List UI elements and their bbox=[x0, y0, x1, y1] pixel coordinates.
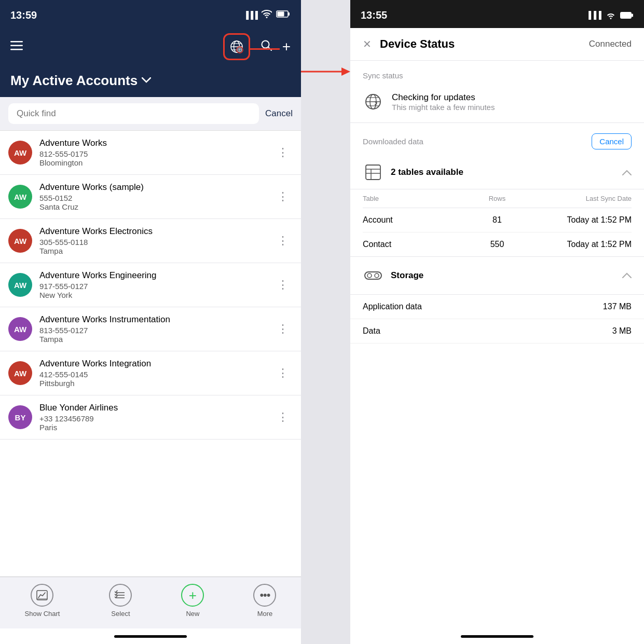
cancel-download-button[interactable]: Cancel bbox=[592, 133, 632, 149]
tables-row[interactable]: 2 tables available bbox=[350, 156, 644, 189]
account-avatar: AW bbox=[8, 229, 32, 253]
status-icons-left: ▐▐▐ bbox=[243, 10, 291, 20]
signal-icon: ▐▐▐ bbox=[243, 11, 257, 19]
account-name: Adventure Works (sample) bbox=[39, 182, 266, 193]
account-list-item[interactable]: AW Adventure Works Engineering 917-555-0… bbox=[0, 263, 301, 307]
account-list-item[interactable]: AW Adventure Works Integration 412-555-0… bbox=[0, 351, 301, 395]
sync-icon bbox=[363, 91, 383, 112]
account-city: Santa Cruz bbox=[39, 202, 266, 211]
right-panel: 13:55 ▐▐▐ ✕ Device Status Connected Sync… bbox=[350, 0, 644, 644]
sync-text-block: Checking for updates This might take a f… bbox=[392, 92, 495, 112]
wifi-icon bbox=[262, 10, 272, 20]
device-header-left: ✕ Device Status bbox=[363, 37, 455, 51]
account-name: Adventure Works Engineering bbox=[39, 270, 266, 281]
select-label: Select bbox=[111, 610, 130, 618]
svg-rect-2 bbox=[288, 12, 290, 16]
account-phone: 412-555-0145 bbox=[39, 370, 266, 379]
bottom-nav-more[interactable]: ••• More bbox=[253, 584, 276, 618]
account-phone: 305-555-0118 bbox=[39, 238, 266, 246]
device-title: Device Status bbox=[380, 37, 455, 51]
account-name: Blue Yonder Airlines bbox=[39, 403, 266, 413]
arrow-svg bbox=[301, 61, 350, 82]
account-avatar: AW bbox=[8, 141, 32, 165]
sync-subtitle: This might take a few minutes bbox=[392, 103, 495, 112]
wifi-icon-right bbox=[606, 11, 616, 19]
account-list-item[interactable]: BY Blue Yonder Airlines +33 123456789 Pa… bbox=[0, 395, 301, 440]
account-more-dots[interactable]: ⋮ bbox=[273, 276, 293, 294]
status-bar-left: 13:59 ▐▐▐ bbox=[0, 0, 301, 28]
account-list-item[interactable]: AW Adventure Works (sample) 555-0152 San… bbox=[0, 175, 301, 219]
account-name: Adventure Works Electronics bbox=[39, 226, 266, 237]
svg-rect-24 bbox=[621, 12, 632, 18]
more-label: More bbox=[257, 610, 273, 618]
battery-icon-right bbox=[620, 12, 634, 19]
more-icon: ••• bbox=[253, 584, 276, 607]
close-button[interactable]: ✕ bbox=[363, 38, 372, 50]
account-name: Adventure Works bbox=[39, 138, 266, 148]
account-more-dots[interactable]: ⋮ bbox=[273, 364, 293, 382]
storage-item-label: Application data bbox=[363, 302, 422, 311]
svg-point-37 bbox=[367, 273, 372, 278]
home-indicator-right bbox=[350, 628, 644, 644]
battery-icon bbox=[276, 10, 291, 20]
account-list-item[interactable]: AW Adventure Works 812-555-0175 Blooming… bbox=[0, 131, 301, 175]
data-table-header: Table Rows Last Sync Date bbox=[363, 189, 632, 208]
chevron-down-icon[interactable] bbox=[142, 75, 151, 86]
show-chart-label: Show Chart bbox=[25, 610, 60, 618]
account-avatar: AW bbox=[8, 273, 32, 297]
page-title-bar: My Active Accounts bbox=[0, 68, 301, 97]
bottom-nav-show-chart[interactable]: Show Chart bbox=[25, 584, 60, 618]
account-list-item[interactable]: AW Adventure Works Electronics 305-555-0… bbox=[0, 219, 301, 263]
tables-left: 2 tables available bbox=[363, 162, 463, 183]
search-input[interactable] bbox=[8, 103, 259, 124]
account-more-dots[interactable]: ⋮ bbox=[273, 320, 293, 338]
account-avatar: AW bbox=[8, 185, 32, 209]
account-list-item[interactable]: AW Adventure Works Instrumentation 813-5… bbox=[0, 307, 301, 351]
account-city: Tampa bbox=[39, 246, 266, 255]
search-icon-btn[interactable] bbox=[261, 39, 272, 54]
svg-point-38 bbox=[375, 273, 379, 278]
cell-rows-count: 81 bbox=[470, 215, 524, 225]
hamburger-icon[interactable] bbox=[10, 40, 23, 53]
account-info: Adventure Works Integration 412-555-0145… bbox=[39, 359, 266, 388]
add-icon-btn[interactable]: + bbox=[282, 38, 291, 55]
status-icons-right: ▐▐▐ bbox=[586, 11, 634, 19]
storage-item-label: Data bbox=[363, 326, 380, 336]
downloaded-header: Downloaded data Cancel bbox=[350, 123, 644, 156]
storage-row[interactable]: Storage bbox=[350, 257, 644, 295]
sync-section-label: Sync status bbox=[350, 61, 644, 85]
connected-label: Connected bbox=[589, 39, 632, 49]
tables-icon bbox=[363, 162, 383, 183]
account-more-dots[interactable]: ⋮ bbox=[273, 188, 293, 205]
account-more-dots[interactable]: ⋮ bbox=[273, 408, 293, 426]
storage-label: Storage bbox=[391, 270, 423, 281]
account-more-dots[interactable]: ⋮ bbox=[273, 232, 293, 250]
account-info: Adventure Works (sample) 555-0152 Santa … bbox=[39, 182, 266, 211]
time-right: 13:55 bbox=[361, 9, 387, 21]
account-info: Blue Yonder Airlines +33 123456789 Paris bbox=[39, 403, 266, 432]
account-more-dots[interactable]: ⋮ bbox=[273, 144, 293, 161]
globe-button[interactable] bbox=[223, 33, 250, 60]
new-label: New bbox=[186, 610, 199, 618]
account-phone: 812-555-0175 bbox=[39, 149, 266, 158]
top-nav-right: + bbox=[223, 33, 291, 60]
account-phone: 813-555-0127 bbox=[39, 326, 266, 335]
device-header: ✕ Device Status Connected bbox=[350, 28, 644, 61]
downloaded-label: Downloaded data bbox=[363, 137, 423, 146]
account-avatar: AW bbox=[8, 317, 32, 341]
account-city: Paris bbox=[39, 423, 266, 432]
tables-label: 2 tables available bbox=[391, 167, 463, 177]
col-header-rows: Rows bbox=[470, 195, 524, 202]
home-indicator-left bbox=[0, 628, 301, 644]
svg-rect-4 bbox=[10, 45, 23, 47]
storage-detail-item: Application data 137 MB bbox=[350, 295, 644, 319]
bottom-nav-select[interactable]: Select bbox=[109, 584, 132, 618]
account-info: Adventure Works 812-555-0175 Bloomington bbox=[39, 138, 266, 167]
storage-item-value: 137 MB bbox=[603, 302, 632, 311]
svg-rect-32 bbox=[366, 165, 380, 180]
storage-item-value: 3 MB bbox=[612, 326, 632, 336]
top-nav: + bbox=[0, 28, 301, 68]
search-bar: Cancel bbox=[0, 97, 301, 131]
bottom-nav-new[interactable]: + New bbox=[181, 584, 204, 618]
cancel-search-button[interactable]: Cancel bbox=[265, 108, 293, 119]
